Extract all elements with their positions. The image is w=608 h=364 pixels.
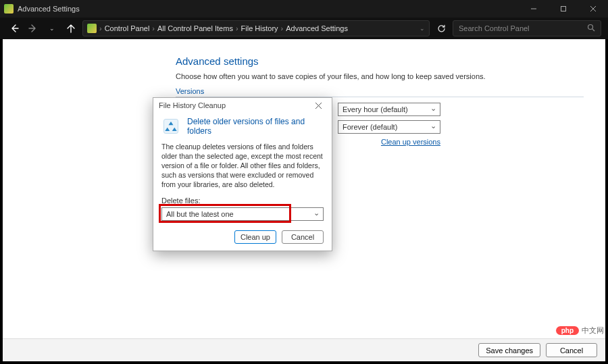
recycle-bin-icon	[161, 117, 180, 136]
file-history-cleanup-dialog: File History Cleanup Delete older versio…	[153, 97, 332, 251]
section-versions: Versions	[176, 87, 584, 97]
dialog-titlebar: File History Cleanup	[153, 98, 332, 113]
svg-point-4	[588, 25, 593, 30]
dialog-heading: Delete older versions of files and folde…	[187, 117, 324, 136]
recent-dropdown[interactable]: ⌄	[45, 21, 59, 36]
chevron-right-icon: ›	[99, 24, 102, 32]
watermark-text: 中文网	[582, 326, 604, 336]
breadcrumb-item[interactable]: Control Panel	[105, 24, 150, 32]
search-icon	[587, 24, 595, 33]
footer-bar: Save changes Cancel	[3, 338, 605, 361]
refresh-button[interactable]	[434, 21, 449, 36]
close-button[interactable]	[578, 0, 608, 18]
save-copies-select[interactable]: Every hour (default)	[338, 103, 440, 116]
delete-files-value: All but the latest one	[166, 210, 234, 218]
app-icon	[4, 4, 14, 14]
search-box[interactable]: Search Control Panel	[453, 20, 601, 36]
watermark: php 中文网	[556, 326, 604, 336]
page-subtitle: Choose how often you want to save copies…	[176, 72, 584, 80]
window-controls	[519, 0, 608, 18]
breadcrumb-item[interactable]: Advanced Settings	[286, 24, 348, 32]
chevron-right-icon: ›	[281, 24, 284, 32]
breadcrumb-item[interactable]: All Control Panel Items	[157, 24, 233, 32]
window-title: Advanced Settings	[18, 5, 80, 13]
watermark-pill: php	[556, 326, 579, 335]
delete-files-label: Delete files:	[161, 197, 324, 205]
svg-rect-1	[561, 7, 566, 11]
maximize-button[interactable]	[549, 0, 578, 18]
keep-versions-value: Forever (default)	[343, 123, 397, 131]
chevron-right-icon: ›	[152, 24, 155, 32]
location-icon	[87, 24, 97, 33]
search-placeholder: Search Control Panel	[459, 24, 530, 32]
cleanup-button[interactable]: Clean up	[234, 230, 276, 244]
delete-files-select[interactable]: All but the latest one	[161, 207, 324, 221]
dialog-close-button[interactable]	[310, 99, 326, 111]
save-copies-value: Every hour (default)	[343, 105, 408, 113]
minimize-button[interactable]	[519, 0, 549, 18]
back-button[interactable]	[7, 21, 22, 36]
dialog-cancel-button[interactable]: Cancel	[282, 230, 324, 244]
breadcrumb-item[interactable]: File History	[241, 24, 278, 32]
svg-line-5	[592, 29, 594, 31]
forward-button[interactable]	[26, 21, 41, 36]
cleanup-versions-link[interactable]: Clean up versions	[381, 138, 440, 146]
address-bar[interactable]: › Control Panel › All Control Panel Item…	[82, 20, 430, 36]
page-heading: Advanced settings	[176, 55, 584, 67]
save-changes-button[interactable]: Save changes	[478, 343, 540, 357]
dialog-title: File History Cleanup	[159, 101, 226, 109]
dialog-body-text: The cleanup deletes versions of files an…	[161, 142, 324, 190]
navigation-bar: ⌄ › Control Panel › All Control Panel It…	[0, 18, 608, 39]
up-button[interactable]	[64, 21, 78, 36]
keep-versions-select[interactable]: Forever (default)	[338, 120, 440, 134]
cancel-button[interactable]: Cancel	[546, 343, 597, 357]
chevron-right-icon: ›	[236, 24, 238, 32]
window-titlebar: Advanced Settings	[0, 0, 608, 18]
address-dropdown[interactable]: ⌄	[420, 25, 425, 32]
svg-rect-8	[164, 120, 178, 134]
